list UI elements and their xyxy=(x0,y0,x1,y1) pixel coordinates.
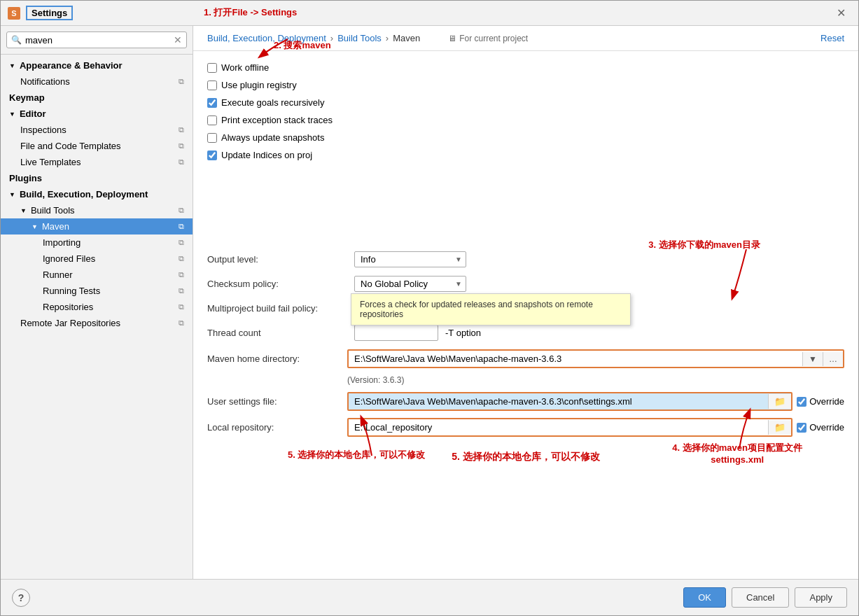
sidebar-item-importing[interactable]: Importing ⧉ xyxy=(1,234,193,251)
maven-home-input[interactable] xyxy=(349,351,802,367)
bed-triangle: ▼ xyxy=(9,191,15,198)
help-button[interactable]: ? xyxy=(12,589,30,607)
thread-count-input[interactable] xyxy=(354,325,438,341)
override2-checkbox[interactable] xyxy=(797,423,806,433)
maven-home-row: Maven home directory: ▼ … xyxy=(207,349,844,368)
apply-button[interactable]: Apply xyxy=(795,587,847,608)
update-indices-row: Update Indices on proj xyxy=(207,150,844,160)
close-button[interactable]: ✕ xyxy=(831,4,851,22)
print-exception-label[interactable]: Print exception stack traces xyxy=(207,115,333,125)
local-repo-input[interactable] xyxy=(349,419,768,435)
sidebar-item-repositories[interactable]: Repositories ⧉ xyxy=(1,299,193,315)
sidebar-item-appearance-behavior[interactable]: ▼ Appearance & Behavior xyxy=(1,57,193,74)
work-offline-row: Work offline xyxy=(207,62,844,73)
ok-button[interactable]: OK xyxy=(683,587,726,608)
sidebar-item-maven[interactable]: ▼ Maven ⧉ xyxy=(1,218,193,234)
work-offline-label[interactable]: Work offline xyxy=(207,62,269,73)
sidebar-item-running-tests[interactable]: Running Tests ⧉ xyxy=(1,283,193,299)
annotation-step5: 5. 选择你的本地仓库，可以不修改 xyxy=(207,451,844,463)
breadcrumb-part3: Maven xyxy=(393,33,420,43)
annotations-area: 5. 选择你的本地仓库，可以不修改 xyxy=(207,451,844,463)
main-layout: 🔍 ✕ ▼ Appearance & Behavior Notification… xyxy=(1,26,858,579)
tooltip-box: Forces a check for updated releases and … xyxy=(351,293,631,326)
breadcrumb-part2: Build Tools xyxy=(337,33,382,43)
always-update-label[interactable]: Always update snapshots xyxy=(207,132,324,143)
local-repo-input-wrap: 📁 xyxy=(347,418,792,437)
breadcrumb: Build, Execution, Deployment › Build Too… xyxy=(207,33,420,43)
override1-checkbox[interactable] xyxy=(797,397,806,407)
sidebar-item-build-tools[interactable]: ▼ Build Tools ⧉ xyxy=(1,202,193,218)
print-exception-checkbox[interactable] xyxy=(207,115,217,125)
sidebar-item-file-code-templates[interactable]: File and Code Templates ⧉ xyxy=(1,138,193,154)
user-settings-browse[interactable]: 📁 xyxy=(768,394,791,409)
sidebar-item-remote-jar[interactable]: Remote Jar Repositories ⧉ xyxy=(1,315,193,331)
local-repo-row: Local repository: 📁 Override xyxy=(207,418,844,437)
user-settings-row: User settings file: 📁 Override xyxy=(207,392,844,411)
window-title: Settings xyxy=(26,6,73,20)
copy-icon: ⧉ xyxy=(179,77,184,86)
content-body: 1. 打开File -> Settings Work offline Use p… xyxy=(193,51,858,579)
override1-wrap: Override xyxy=(797,396,844,407)
sidebar-item-keymap[interactable]: Keymap xyxy=(1,90,193,106)
copy-icon5: ⧉ xyxy=(179,206,184,215)
maven-home-input-wrap: ▼ … xyxy=(347,349,844,368)
project-icon: 🖥 xyxy=(448,34,456,43)
use-plugin-registry-checkbox[interactable] xyxy=(207,80,217,90)
update-indices-label[interactable]: Update Indices on proj xyxy=(207,150,312,160)
checksum-policy-label: Checksum policy: xyxy=(207,279,347,289)
always-update-checkbox[interactable] xyxy=(207,133,217,143)
checksum-policy-select[interactable]: No Global Policy Fail Warn xyxy=(354,276,466,292)
user-settings-label: User settings file: xyxy=(207,396,347,407)
override1-label: Override xyxy=(809,396,844,407)
sidebar-item-runner[interactable]: Runner ⧉ xyxy=(1,267,193,283)
t-option-label: -T option xyxy=(445,328,481,338)
work-offline-checkbox[interactable] xyxy=(207,63,217,73)
execute-goals-label[interactable]: Execute goals recursively xyxy=(207,97,324,108)
settings-window: S Settings ✕ 🔍 ✕ ▼ Appearance & Behavior xyxy=(0,0,859,616)
search-input[interactable] xyxy=(25,35,174,46)
local-repo-browse[interactable]: 📁 xyxy=(768,420,791,435)
sidebar-item-notifications[interactable]: Notifications ⧉ xyxy=(1,74,193,90)
search-clear-icon[interactable]: ✕ xyxy=(174,34,182,46)
output-level-select[interactable]: Info Quiet Debug Error xyxy=(354,251,466,267)
plugins-label: Plugins xyxy=(9,173,42,183)
triangle-icon: ▼ xyxy=(9,62,15,69)
sidebar-tree: ▼ Appearance & Behavior Notifications ⧉ … xyxy=(1,55,193,334)
breadcrumb-sep1: › xyxy=(330,33,333,43)
bottom-left: ? xyxy=(12,589,30,607)
bed-label: Build, Execution, Deployment xyxy=(20,189,148,200)
update-indices-checkbox[interactable] xyxy=(207,150,217,160)
reset-link[interactable]: Reset xyxy=(820,33,844,43)
sidebar-item-build-execution-deployment[interactable]: ▼ Build, Execution, Deployment xyxy=(1,186,193,202)
copy-icon12: ⧉ xyxy=(179,318,184,328)
sidebar-item-inspections[interactable]: Inspections ⧉ xyxy=(1,122,193,138)
sidebar-item-plugins[interactable]: Plugins xyxy=(1,170,193,186)
sidebar-item-live-templates[interactable]: Live Templates ⧉ xyxy=(1,154,193,170)
always-update-row: Always update snapshots xyxy=(207,132,844,143)
copy-icon11: ⧉ xyxy=(179,302,184,312)
use-plugin-registry-row: Use plugin registry xyxy=(207,80,844,90)
maven-home-browse[interactable]: … xyxy=(823,352,843,366)
execute-goals-row: Execute goals recursively xyxy=(207,97,844,108)
copy-icon6: ⧉ xyxy=(179,222,184,231)
for-current-project: 🖥 For current project xyxy=(448,34,528,43)
user-settings-input[interactable] xyxy=(349,393,768,410)
checksum-select-wrap: No Global Policy Fail Warn ▼ xyxy=(354,276,466,292)
maven-home-dropdown[interactable]: ▼ xyxy=(802,352,823,366)
copy-icon10: ⧉ xyxy=(179,286,184,295)
breadcrumb-part1: Build, Execution, Deployment xyxy=(207,33,326,43)
output-level-label: Output level: xyxy=(207,254,347,265)
cancel-button[interactable]: Cancel xyxy=(732,587,789,608)
multiproject-label: Multiproject build fail policy: xyxy=(207,303,347,314)
appearance-behavior-label: Appearance & Behavior xyxy=(20,60,123,71)
override2-label: Override xyxy=(809,422,844,433)
thread-count-label: Thread count xyxy=(207,328,347,338)
search-input-wrap: 🔍 ✕ xyxy=(6,31,187,48)
sidebar-item-ignored-files[interactable]: Ignored Files ⧉ xyxy=(1,251,193,267)
version-text: (Version: 3.6.3) xyxy=(347,375,844,385)
editor-triangle: ▼ xyxy=(9,111,15,118)
use-plugin-registry-label[interactable]: Use plugin registry xyxy=(207,80,297,90)
execute-goals-checkbox[interactable] xyxy=(207,98,217,108)
sidebar-item-editor[interactable]: ▼ Editor xyxy=(1,106,193,122)
content-area: Build, Execution, Deployment › Build Too… xyxy=(193,26,858,579)
